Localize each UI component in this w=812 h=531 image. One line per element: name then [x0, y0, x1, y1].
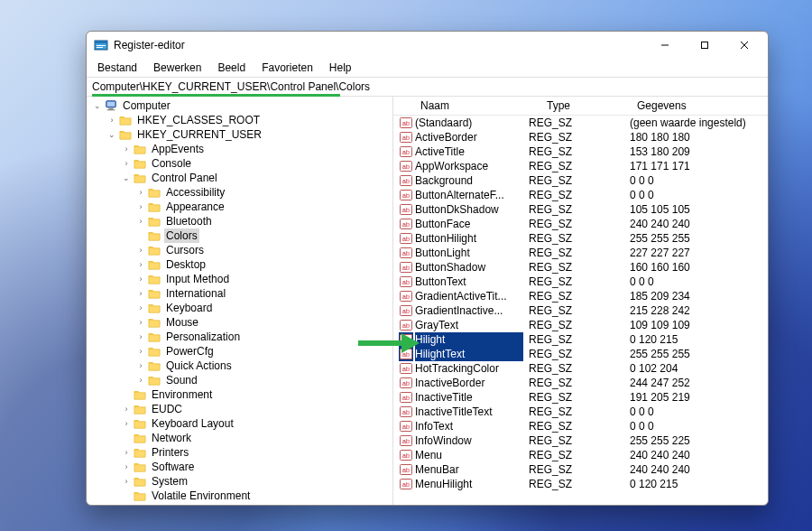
value-row[interactable]: abActiveTitleREG_SZ153 180 209	[393, 144, 768, 159]
tree-node[interactable]: ›Input Method	[88, 272, 392, 286]
chevron-right-icon[interactable]: ›	[135, 359, 146, 373]
chevron-right-icon[interactable]: ›	[106, 503, 117, 505]
tree-node[interactable]: ›Mouse	[88, 315, 392, 330]
value-row[interactable]: abHotTrackingColorREG_SZ0 102 204	[393, 361, 768, 376]
tree-node[interactable]: ›Sound	[88, 373, 392, 387]
chevron-right-icon[interactable]: ›	[121, 445, 132, 460]
value-row[interactable]: abButtonDkShadowREG_SZ105 105 105	[393, 202, 768, 217]
chevron-down-icon[interactable]: ⌄	[121, 171, 132, 185]
tree-node[interactable]: ›Cursors	[88, 243, 392, 257]
string-value-icon: ab	[399, 462, 413, 477]
menu-favorieten[interactable]: Favorieten	[254, 60, 320, 76]
tree-node[interactable]: Network	[88, 431, 392, 445]
value-data: (geen waarde ingesteld)	[624, 116, 768, 130]
value-row[interactable]: abButtonHilightREG_SZ255 255 255	[393, 231, 768, 246]
value-data: 255 255 225	[624, 433, 768, 448]
tree-node[interactable]: ›HKEY_CLASSES_ROOT	[88, 113, 392, 127]
value-row[interactable]: abInfoTextREG_SZ0 0 0	[393, 419, 768, 433]
value-row[interactable]: abAppWorkspaceREG_SZ171 171 171	[393, 159, 768, 173]
tree-node[interactable]: Volatile Environment	[88, 489, 392, 503]
tree-node[interactable]: ⌄Control Panel	[88, 171, 392, 185]
chevron-right-icon[interactable]: ›	[135, 330, 146, 344]
menu-beeld[interactable]: Beeld	[210, 60, 253, 76]
maximize-button[interactable]	[685, 32, 724, 59]
value-row[interactable]: abInfoWindowREG_SZ255 255 225	[393, 433, 768, 448]
value-row[interactable]: abInactiveBorderREG_SZ244 247 252	[393, 376, 768, 390]
value-row[interactable]: abGrayTextREG_SZ109 109 109	[393, 318, 768, 332]
chevron-right-icon[interactable]: ›	[135, 185, 146, 200]
tree-node[interactable]: ›System	[88, 474, 392, 489]
menu-bewerken[interactable]: Bewerken	[146, 60, 208, 76]
value-row[interactable]: abButtonAlternateF...REG_SZ0 0 0	[393, 188, 768, 202]
value-row[interactable]: abInactiveTitleTextREG_SZ0 0 0	[393, 405, 768, 419]
chevron-right-icon[interactable]: ›	[135, 257, 146, 272]
chevron-right-icon[interactable]: ›	[135, 243, 146, 257]
tree-node[interactable]: ›Desktop	[88, 257, 392, 272]
tree-node[interactable]: ⌄Computer	[88, 98, 392, 113]
titlebar[interactable]: Register-editor	[87, 32, 768, 59]
value-row[interactable]: abGradientInactive...REG_SZ215 228 242	[393, 303, 768, 318]
values-header[interactable]: Naam Type Gegevens	[393, 97, 768, 116]
chevron-right-icon[interactable]: ›	[121, 416, 132, 431]
chevron-down-icon[interactable]: ⌄	[92, 98, 103, 113]
tree-node[interactable]: Colors	[88, 228, 392, 243]
tree-node[interactable]: ›Printers	[88, 445, 392, 460]
chevron-right-icon[interactable]: ›	[106, 113, 117, 127]
tree-node[interactable]: Environment	[88, 387, 392, 402]
address-bar[interactable]: Computer\HKEY_CURRENT_USER\Control Panel…	[87, 77, 768, 96]
chevron-down-icon[interactable]: ⌄	[106, 127, 117, 142]
tree-node[interactable]: ›Keyboard Layout	[88, 416, 392, 431]
tree-pane[interactable]: ⌄Computer›HKEY_CLASSES_ROOT⌄HKEY_CURRENT…	[87, 97, 393, 505]
col-name[interactable]: Naam	[415, 99, 541, 112]
col-type[interactable]: Type	[541, 99, 632, 112]
value-row[interactable]: ab(Standaard)REG_SZ(geen waarde ingestel…	[393, 116, 768, 130]
value-row[interactable]: abMenuHilightREG_SZ0 120 215	[393, 477, 768, 491]
chevron-right-icon[interactable]: ›	[135, 301, 146, 315]
col-data[interactable]: Gegevens	[632, 99, 768, 112]
tree-node[interactable]: ›Quick Actions	[88, 359, 392, 373]
chevron-right-icon[interactable]: ›	[121, 142, 132, 156]
menu-bestand[interactable]: Bestand	[90, 60, 144, 76]
tree-node[interactable]: ›Keyboard	[88, 301, 392, 315]
value-row[interactable]: abMenuREG_SZ240 240 240	[393, 448, 768, 462]
minimize-button[interactable]	[645, 32, 685, 59]
chevron-right-icon[interactable]: ›	[135, 200, 146, 214]
chevron-right-icon[interactable]: ›	[135, 344, 146, 359]
value-row[interactable]: abGradientActiveTit...REG_SZ185 209 234	[393, 289, 768, 303]
value-row[interactable]: abInactiveTitleREG_SZ191 205 219	[393, 390, 768, 405]
chevron-right-icon[interactable]: ›	[121, 474, 132, 489]
chevron-right-icon[interactable]: ›	[135, 214, 146, 228]
tree-node[interactable]: ›Appearance	[88, 200, 392, 214]
value-row[interactable]: abBackgroundREG_SZ0 0 0	[393, 173, 768, 188]
chevron-right-icon[interactable]: ›	[121, 402, 132, 416]
values-pane[interactable]: Naam Type Gegevens ab(Standaard)REG_SZ(g…	[393, 97, 768, 505]
chevron-right-icon[interactable]: ›	[121, 460, 132, 474]
tree-node[interactable]: ›International	[88, 286, 392, 301]
tree-node[interactable]: ›AppEvents	[88, 142, 392, 156]
chevron-right-icon[interactable]: ›	[121, 156, 132, 171]
tree-node[interactable]: ›HKEY_LOCAL_MACHINE	[88, 503, 392, 505]
value-row[interactable]: abHilightREG_SZ0 120 215	[393, 332, 768, 347]
value-row[interactable]: abMenuBarREG_SZ240 240 240	[393, 462, 768, 477]
tree-node[interactable]: ›Console	[88, 156, 392, 171]
tree-node[interactable]: ›EUDC	[88, 402, 392, 416]
tree-node[interactable]: ›PowerCfg	[88, 344, 392, 359]
tree-node[interactable]: ›Personalization	[88, 330, 392, 344]
value-row[interactable]: abButtonFaceREG_SZ240 240 240	[393, 217, 768, 231]
tree-node[interactable]: ›Software	[88, 460, 392, 474]
value-row[interactable]: abHilightTextREG_SZ255 255 255	[393, 347, 768, 361]
value-row[interactable]: abButtonShadowREG_SZ160 160 160	[393, 260, 768, 275]
chevron-right-icon[interactable]: ›	[135, 286, 146, 301]
chevron-right-icon[interactable]: ›	[135, 373, 146, 387]
tree-node[interactable]: ›Bluetooth	[88, 214, 392, 228]
value-name: Hilight	[415, 332, 523, 347]
close-button[interactable]	[724, 32, 764, 59]
chevron-right-icon[interactable]: ›	[135, 272, 146, 286]
menu-help[interactable]: Help	[322, 60, 359, 76]
value-row[interactable]: abButtonTextREG_SZ0 0 0	[393, 275, 768, 289]
value-row[interactable]: abButtonLightREG_SZ227 227 227	[393, 246, 768, 260]
value-row[interactable]: abActiveBorderREG_SZ180 180 180	[393, 130, 768, 144]
chevron-right-icon[interactable]: ›	[135, 315, 146, 330]
tree-node[interactable]: ⌄HKEY_CURRENT_USER	[88, 127, 392, 142]
tree-node[interactable]: ›Accessibility	[88, 185, 392, 200]
